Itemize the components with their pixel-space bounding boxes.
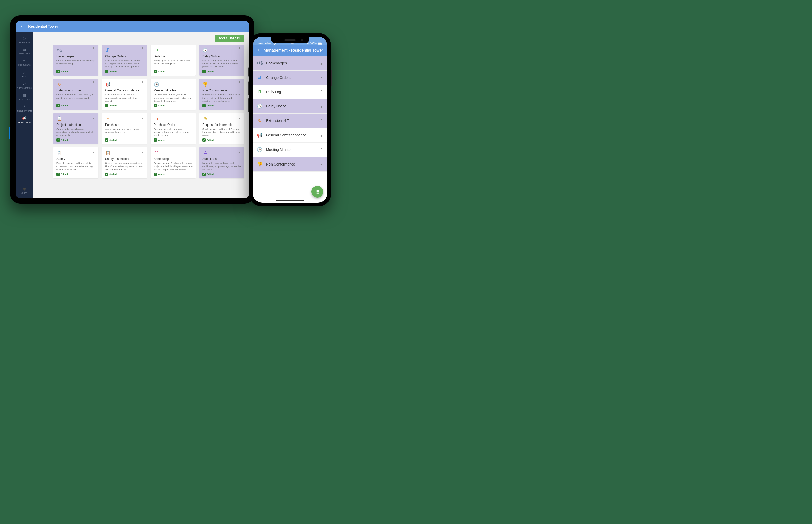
card-menu-icon[interactable]: ⋮ [238, 47, 241, 50]
card-menu-icon[interactable]: ⋮ [92, 116, 96, 118]
tool-card-non-conformance[interactable]: 👎⋮Non ConformanceRecord, issue and keep … [199, 79, 244, 110]
tool-card-backcharges[interactable]: ↺$⋮BackchargesCreate and distribute your… [53, 45, 99, 76]
phone-header: Management - Residential Tower [253, 45, 327, 56]
card-menu-icon[interactable]: ⋮ [92, 81, 96, 84]
sidebar-label: PROJECT TEAM [17, 110, 32, 112]
row-label: Delay Notice [266, 104, 316, 108]
card-description: Create and issue all project instruction… [56, 128, 96, 137]
phone-back-icon[interactable] [256, 48, 261, 53]
card-description: Create a claim for works outside of the … [105, 59, 144, 68]
check-icon: ✓ [105, 70, 108, 73]
list-item-change-orders[interactable]: 🗐Change Orders⋮ [253, 70, 327, 85]
tool-card-change-orders[interactable]: 🗐⋮Change OrdersCreate a claim for works … [102, 45, 147, 76]
added-label: Added [158, 173, 165, 176]
sidebar-item-dashboard[interactable]: ◎DASHBOARD [17, 34, 32, 45]
row-icon: ↻ [256, 118, 263, 124]
sidebar-icon: 🗀 [17, 59, 32, 63]
tool-icon: 📢 [105, 81, 111, 87]
card-menu-icon[interactable]: ⋮ [140, 116, 144, 118]
card-title: Safety Inspection [105, 157, 144, 161]
row-menu-icon[interactable]: ⋮ [320, 133, 324, 138]
tool-card-punchlists[interactable]: △⋮PunchlistsAction, manage and track pun… [102, 113, 147, 144]
card-title: Submittals [202, 157, 241, 161]
tool-card-general-correspondence[interactable]: 📢⋮General CorrespondenceCreate and issue… [102, 79, 147, 110]
card-menu-icon[interactable]: ⋮ [92, 150, 96, 152]
sidebar-label: DOCUMENTS [18, 64, 31, 66]
sidebar-item-management[interactable]: 📢MANAGEMENT [17, 114, 32, 125]
card-menu-icon[interactable]: ⋮ [140, 81, 144, 84]
tool-card-safety[interactable]: 📋⋮SafetyEasily log, assign and track saf… [53, 147, 99, 178]
row-menu-icon[interactable]: ⋮ [320, 89, 324, 94]
sidebar-icon: ▤ [17, 94, 32, 98]
card-title: Safety [56, 157, 96, 161]
tool-card-extension-of-time[interactable]: ↻⋮Extension of TimeCreate and send EOT n… [53, 79, 99, 110]
card-description: Create your own templates and easily kic… [105, 162, 144, 171]
sidebar-item-project-team[interactable]: ᴬPROJECT TEAM [17, 102, 32, 114]
card-title: Scheduling [154, 157, 193, 161]
list-item-backcharges[interactable]: ↺$Backcharges⋮ [253, 56, 327, 70]
row-label: General Correspondence [266, 133, 316, 137]
list-item-non-conformance[interactable]: 👎Non Conformance⋮ [253, 157, 327, 171]
added-label: Added [109, 70, 117, 73]
added-label: Added [61, 173, 68, 176]
row-menu-icon[interactable]: ⋮ [320, 162, 324, 167]
card-status: ✓Added [105, 138, 144, 142]
sidebar-item-messages[interactable]: ▭MESSAGES [17, 45, 32, 56]
tablet-body: ◎DASHBOARD▭MESSAGES🗀DOCUMENTS⌂BIDS⇄TRANS… [16, 32, 249, 198]
back-icon[interactable] [19, 24, 24, 29]
card-description: Create a new meeting, manage attendees, … [154, 93, 193, 102]
row-menu-icon[interactable]: ⋮ [320, 61, 324, 66]
card-menu-icon[interactable]: ⋮ [238, 81, 241, 84]
tools-library-button[interactable]: TOOLS LIBRARY [215, 35, 244, 42]
list-item-general-correspondence[interactable]: 📢General Correspondence⋮ [253, 128, 327, 143]
card-menu-icon[interactable]: ⋮ [189, 81, 193, 84]
list-item-meeting-minutes[interactable]: 🕒Meeting Minutes⋮ [253, 143, 327, 157]
card-status: ✓Added [56, 104, 96, 108]
tool-card-project-instruction[interactable]: 📋⋮Project InstructionCreate and issue al… [53, 113, 99, 144]
tool-card-scheduling[interactable]: ☷⋮SchedulingCreate, manage & collaborate… [151, 147, 196, 178]
svg-rect-4 [322, 43, 322, 44]
card-title: General Correspondence [105, 88, 144, 92]
sidebar-guide[interactable]: 🎓 GUIDE [21, 184, 28, 198]
sidebar-item-bids[interactable]: ⌂BIDS [17, 68, 32, 79]
row-menu-icon[interactable]: ⋮ [320, 118, 324, 123]
tool-icon: 📋 [56, 116, 62, 121]
row-menu-icon[interactable]: ⋮ [320, 104, 324, 109]
tool-card-request-for-information[interactable]: ◎⋮Request for InformationSend, manage an… [199, 113, 244, 144]
card-menu-icon[interactable]: ⋮ [189, 116, 193, 118]
row-menu-icon[interactable]: ⋮ [320, 147, 324, 152]
svg-rect-12 [316, 193, 316, 194]
tool-card-submittals[interactable]: 🖶⋮SubmittalsManage the approval process … [199, 147, 244, 178]
tool-card-delay-notice[interactable]: 🕓⋮Delay NoticeUse the delay notice tool … [199, 45, 244, 76]
check-icon: ✓ [56, 173, 60, 176]
row-menu-icon[interactable]: ⋮ [320, 75, 324, 80]
card-title: Extension of Time [56, 88, 96, 92]
card-status: ✓Added [202, 104, 241, 108]
card-menu-icon[interactable]: ⋮ [238, 150, 241, 152]
card-menu-icon[interactable]: ⋮ [189, 47, 193, 50]
list-item-extension-of-time[interactable]: ↻Extension of Time⋮ [253, 114, 327, 128]
card-menu-icon[interactable]: ⋮ [92, 47, 96, 50]
card-menu-icon[interactable]: ⋮ [189, 150, 193, 152]
tablet-screen: Residential Tower ◎DASHBOARD▭MESSAGES🗀DO… [16, 21, 249, 198]
card-menu-icon[interactable]: ⋮ [140, 47, 144, 50]
list-item-daily-log[interactable]: 🗒Daily Log⋮ [253, 85, 327, 99]
tool-card-safety-inspection[interactable]: 📋⋮Safety InspectionCreate your own templ… [102, 147, 147, 178]
tool-card-purchase-order[interactable]: 🗎⋮Purchase OrderRequest materials from y… [151, 113, 196, 144]
added-label: Added [61, 104, 68, 107]
sidebar-item-transmittals[interactable]: ⇄TRANSMITTALS [17, 79, 32, 91]
added-label: Added [109, 139, 117, 141]
sidebar-label: CONTACTS [19, 99, 30, 100]
list-item-delay-notice[interactable]: 🕓Delay Notice⋮ [253, 99, 327, 114]
card-menu-icon[interactable]: ⋮ [140, 150, 144, 152]
tablet-side-indicator [9, 127, 10, 138]
tool-icon: ◎ [202, 116, 208, 121]
tool-card-daily-log[interactable]: 🗒⋮Daily LogEasily log all daily site act… [151, 45, 196, 76]
fab-button[interactable] [311, 186, 323, 198]
sidebar-item-contacts[interactable]: ▤CONTACTS [17, 91, 32, 102]
header-menu-icon[interactable] [240, 24, 245, 29]
card-menu-icon[interactable]: ⋮ [238, 116, 241, 118]
sidebar-label: MESSAGES [19, 53, 30, 54]
tool-card-meeting-minutes[interactable]: 🕒⋮Meeting MinutesCreate a new meeting, m… [151, 79, 196, 110]
sidebar-item-documents[interactable]: 🗀DOCUMENTS [17, 56, 32, 68]
